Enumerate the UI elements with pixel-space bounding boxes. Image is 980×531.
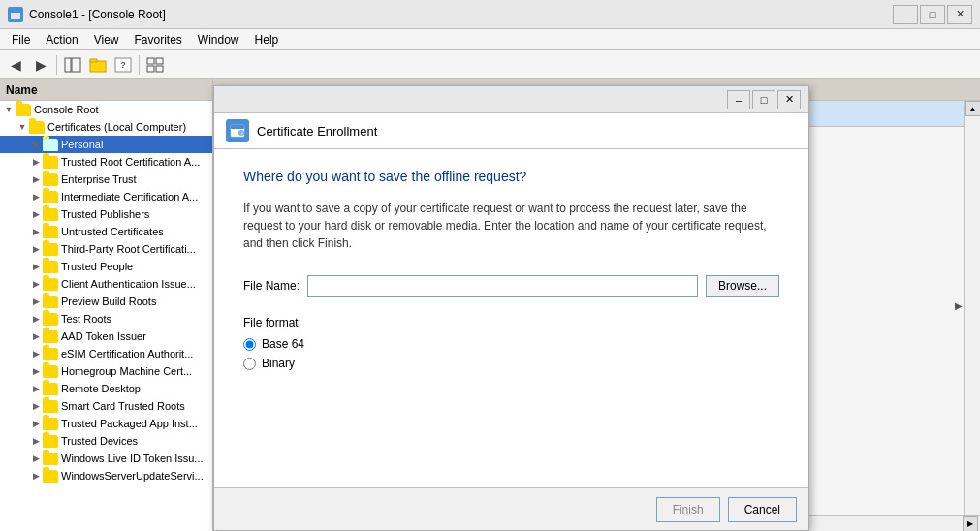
folder-icon — [43, 348, 58, 360]
certificate-enrollment-icon: ✓ — [226, 119, 249, 142]
tree-item-aad-token[interactable]: ▶ AAD Token Issuer — [0, 328, 212, 345]
tree-panel[interactable]: Name ▼ Console Root ▼ Certificates (Loca… — [0, 79, 213, 531]
folder-icon — [43, 330, 58, 343]
close-button[interactable]: ✕ — [947, 5, 972, 24]
tree-label: Client Authentication Issue... — [61, 278, 196, 290]
forward-button[interactable]: ▶ — [29, 53, 52, 77]
tree-item-homegroup[interactable]: ▶ Homegroup Machine Cert... — [0, 362, 212, 380]
folder-icon — [43, 435, 58, 448]
minimize-button[interactable]: – — [893, 5, 918, 24]
tree-item-trusted-publishers[interactable]: ▶ Trusted Publishers — [0, 205, 212, 223]
menu-window[interactable]: Window — [190, 31, 247, 48]
expand-icon: ▶ — [29, 434, 43, 448]
tree-label: Trusted People — [61, 261, 133, 272]
browse-button[interactable]: Browse... — [706, 275, 779, 297]
tree-label: eSIM Certification Authorit... — [61, 348, 193, 359]
svg-rect-1 — [11, 10, 20, 13]
binary-label: Binary — [262, 357, 295, 370]
tree-toggle-button[interactable] — [61, 53, 84, 77]
tree-item-smart-card[interactable]: ▶ Smart Card Trusted Roots — [0, 397, 212, 415]
tree-label: Trusted Root Certification A... — [61, 156, 200, 168]
tree-item-trusted-people[interactable]: ▶ Trusted People — [0, 258, 212, 275]
app-icon — [8, 7, 23, 22]
tree-label: Windows Live ID Token Issu... — [61, 453, 204, 464]
svg-text:✓: ✓ — [240, 131, 243, 136]
dialog-close-button[interactable]: ✕ — [777, 90, 801, 109]
tree-label: Third-Party Root Certificati... — [61, 243, 196, 255]
tree-item-third-party[interactable]: ▶ Third-Party Root Certificati... — [0, 240, 212, 258]
tree-item-intermediate[interactable]: ▶ Intermediate Certification A... — [0, 188, 212, 205]
menu-file[interactable]: File — [4, 31, 38, 48]
folder-icon — [43, 453, 58, 465]
tree-item-enterprise-trust[interactable]: ▶ Enterprise Trust — [0, 171, 212, 188]
tree-label: Intermediate Certification A... — [61, 191, 198, 203]
tree-item-wsus[interactable]: ▶ WindowsServerUpdateServi... — [0, 467, 212, 484]
main-content: Name ▼ Console Root ▼ Certificates (Loca… — [0, 79, 980, 531]
folder-icon — [43, 261, 58, 273]
tree-label: Personal — [61, 139, 103, 150]
tree-item-esim[interactable]: ▶ eSIM Certification Authorit... — [0, 345, 212, 362]
expand-icon: ▶ — [29, 225, 43, 238]
tree-item-untrusted[interactable]: ▶ Untrusted Certificates — [0, 223, 212, 240]
svg-rect-10 — [147, 66, 154, 72]
menu-view[interactable]: View — [86, 31, 127, 48]
tree-label: Trusted Packaged App Inst... — [61, 418, 198, 429]
dialog-footer: Finish Cancel — [214, 487, 808, 530]
dialog-window-controls: – □ ✕ — [727, 90, 801, 109]
right-panel: Name Certificates ▲ ▼ ▶ ◀ ▶ — [213, 79, 980, 531]
svg-text:?: ? — [120, 60, 126, 70]
help-button[interactable]: ? — [111, 53, 135, 77]
maximize-button[interactable]: □ — [920, 5, 945, 24]
dialog-header-title: Certificate Enrollment — [257, 124, 377, 139]
file-name-row: File Name: Browse... — [243, 275, 779, 297]
svg-rect-9 — [156, 58, 163, 64]
expand-icon: ▶ — [29, 155, 43, 169]
tree-label: Remote Desktop — [61, 383, 141, 394]
tree-item-personal[interactable]: ▶ Personal — [0, 136, 212, 153]
expand-icon: ▶ — [29, 207, 43, 221]
menu-action[interactable]: Action — [38, 31, 85, 48]
expand-icon: ▶ — [29, 329, 43, 343]
dialog-title-bar: – □ ✕ — [214, 86, 808, 113]
back-button[interactable]: ◀ — [4, 53, 27, 77]
file-name-input[interactable] — [307, 275, 698, 297]
window-title: Console1 - [Console Root] — [29, 8, 893, 21]
binary-radio[interactable] — [243, 358, 256, 370]
cancel-button[interactable]: Cancel — [728, 497, 797, 522]
folder-icon — [43, 470, 58, 483]
base64-radio[interactable] — [243, 338, 256, 351]
folder-icon — [43, 278, 58, 291]
menu-help[interactable]: Help — [247, 31, 287, 48]
grid-button[interactable] — [143, 53, 167, 77]
dialog-maximize-button[interactable]: □ — [752, 90, 775, 109]
file-name-label: File Name: — [243, 279, 300, 293]
tree-item-test-roots[interactable]: ▶ Test Roots — [0, 310, 212, 328]
expand-icon: ▶ — [29, 417, 43, 430]
tree-label: Enterprise Trust — [61, 173, 137, 185]
menu-bar: File Action View Favorites Window Help — [0, 29, 980, 50]
folder-open-button[interactable] — [86, 53, 110, 77]
tree-item-trusted-devices[interactable]: ▶ Trusted Devices — [0, 432, 212, 450]
dialog-minimize-button[interactable]: – — [727, 90, 750, 109]
tree-item-preview-build[interactable]: ▶ Preview Build Roots — [0, 293, 212, 310]
file-format-section: File format: Base 64 Binary — [243, 316, 779, 370]
tree-item-certificates[interactable]: ▼ Certificates (Local Computer) — [0, 118, 212, 136]
expand-icon: ▶ — [29, 277, 43, 291]
tree-item-remote-desktop[interactable]: ▶ Remote Desktop — [0, 380, 212, 397]
tree-label: Smart Card Trusted Roots — [61, 400, 185, 412]
finish-button[interactable]: Finish — [656, 497, 720, 522]
expand-icon: ▶ — [29, 242, 43, 256]
expand-icon: ▶ — [29, 399, 43, 413]
tree-label: Untrusted Certificates — [61, 226, 164, 237]
tree-item-trusted-root[interactable]: ▶ Trusted Root Certification A... — [0, 153, 212, 171]
dialog-description: If you want to save a copy of your certi… — [243, 200, 779, 252]
folder-icon — [43, 243, 58, 256]
menu-favorites[interactable]: Favorites — [127, 31, 190, 48]
expand-icon: ▶ — [29, 382, 43, 395]
file-format-label: File format: — [243, 316, 779, 329]
tree-item-windows-live[interactable]: ▶ Windows Live ID Token Issu... — [0, 450, 212, 467]
dialog-header: ✓ Certificate Enrollment — [214, 113, 808, 149]
tree-item-console-root[interactable]: ▼ Console Root — [0, 101, 212, 118]
tree-item-client-auth[interactable]: ▶ Client Authentication Issue... — [0, 275, 212, 293]
tree-item-trusted-packaged[interactable]: ▶ Trusted Packaged App Inst... — [0, 415, 212, 432]
